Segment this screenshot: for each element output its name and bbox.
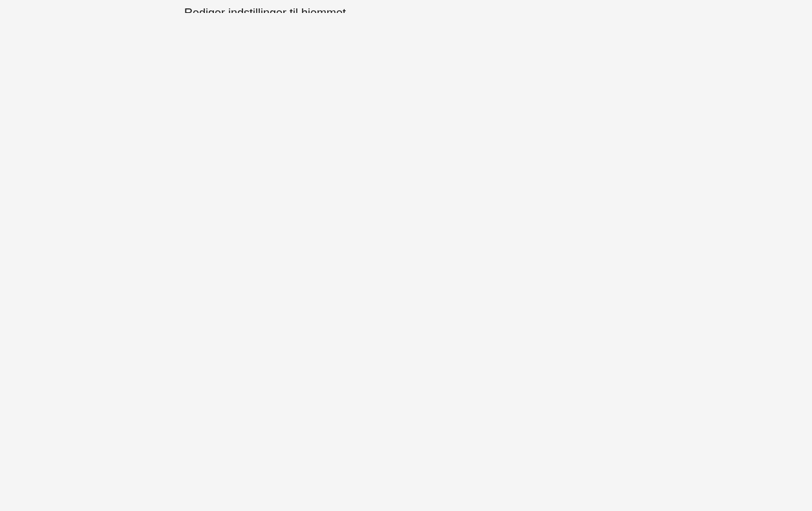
callout-edit-home: Rediger indstillinger til hjemmet.: [184, 6, 349, 13]
callout-edit-home-text: Rediger indstillinger til hjemmet.: [184, 6, 349, 13]
